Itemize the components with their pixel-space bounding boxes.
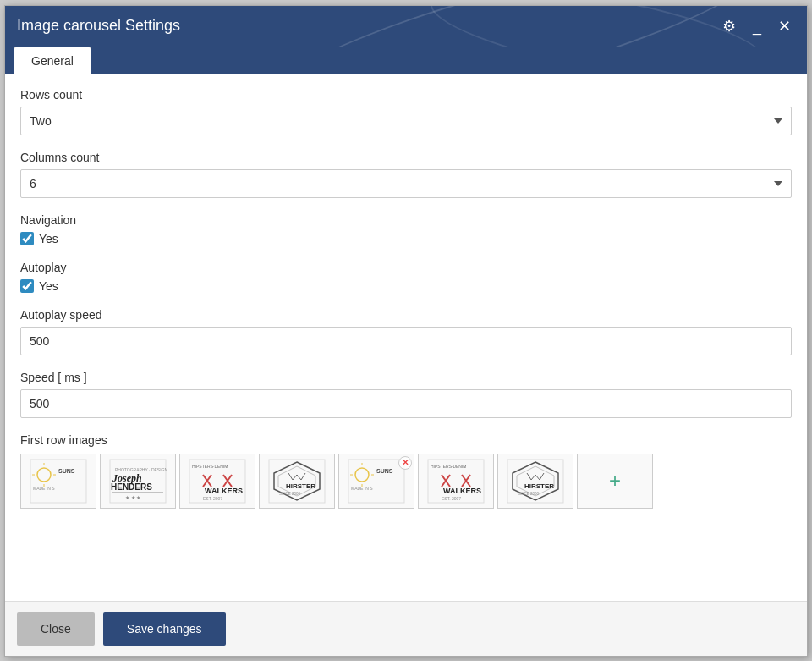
svg-text:HIPSTERS·DENIM: HIPSTERS·DENIM — [192, 464, 228, 469]
svg-text:EST. 2007: EST. 2007 — [442, 496, 461, 501]
speed-input[interactable] — [20, 389, 792, 418]
image-7-svg: HIRSTER SINCE 2000 — [506, 458, 565, 504]
navigation-checkbox-row: Yes — [20, 232, 792, 245]
image-thumb-7[interactable]: HIRSTER SINCE 2000 — [497, 454, 573, 509]
svg-text:SINCE 2000: SINCE 2000 — [518, 492, 540, 496]
navigation-label: Navigation — [20, 213, 792, 227]
image-thumb-5[interactable]: SUNS MADE IN S ✕ — [338, 454, 414, 509]
svg-text:SINCE 2000: SINCE 2000 — [279, 492, 301, 496]
autoplay-checkbox[interactable] — [20, 279, 34, 293]
close-icon: ✕ — [778, 18, 791, 35]
svg-text:SUNS: SUNS — [376, 468, 393, 474]
svg-text:WALKERS: WALKERS — [443, 487, 481, 495]
image-2-svg: PHOTOGRAPHY · DESIGN · M Joseph HENDERS … — [108, 458, 167, 504]
svg-text:HIRSTER: HIRSTER — [524, 482, 554, 490]
image-thumb-4[interactable]: HIRSTER SINCE 2000 — [259, 454, 335, 509]
image-thumb-2[interactable]: PHOTOGRAPHY · DESIGN · M Joseph HENDERS … — [100, 454, 176, 509]
title-bar: Image carousel Settings ⚙ _ ✕ — [5, 6, 807, 47]
image-1-svg: SUNS MADE IN S — [29, 458, 88, 504]
content-area: Rows count One Two Three Four Columns co… — [5, 74, 807, 601]
autoplay-speed-input[interactable] — [20, 327, 792, 355]
autoplay-label: Autoplay — [20, 261, 792, 274]
tab-general[interactable]: General — [14, 47, 91, 74]
svg-rect-27 — [348, 460, 404, 503]
svg-text:HIPSTERS·DENIM: HIPSTERS·DENIM — [431, 464, 467, 469]
rows-count-group: Rows count One Two Three Four — [20, 88, 792, 135]
svg-text:EST. 2007: EST. 2007 — [203, 496, 222, 501]
navigation-group: Navigation Yes — [20, 213, 792, 245]
dialog-title: Image carousel Settings — [17, 17, 180, 35]
title-icons: ⚙ _ ✕ — [718, 17, 795, 36]
svg-text:HENDERS: HENDERS — [111, 482, 152, 492]
svg-text:MADE IN S: MADE IN S — [33, 486, 55, 491]
navigation-checkbox-label: Yes — [39, 232, 58, 245]
columns-count-group: Columns count 1 2 3 4 5 6 7 8 — [20, 151, 792, 198]
speed-group: Speed [ ms ] — [20, 371, 792, 418]
gear-icon: ⚙ — [722, 18, 736, 35]
svg-rect-0 — [30, 460, 86, 503]
tabs-bar: General — [5, 47, 807, 74]
minimize-button[interactable]: _ — [749, 17, 765, 36]
images-row: SUNS MADE IN S PHOTOGRAPHY · DESIGN · M … — [20, 454, 792, 509]
image-thumb-3[interactable]: HIPSTERS·DENIM WALKERS EST. 2007 — [179, 454, 255, 509]
first-row-images-group: First row images SUNS MADE IN S — [20, 433, 792, 509]
add-image-button[interactable]: + — [577, 454, 653, 509]
rows-count-label: Rows count — [20, 88, 792, 102]
dialog-container: Image carousel Settings ⚙ _ ✕ General Ro… — [4, 5, 808, 657]
image-thumb-6[interactable]: HIPSTERS·DENIM WALKERS EST. 2007 — [418, 454, 494, 509]
svg-text:SUNS: SUNS — [58, 468, 75, 474]
autoplay-checkbox-label: Yes — [39, 279, 58, 293]
svg-rect-22 — [269, 460, 325, 503]
svg-text:★ ★ ★: ★ ★ ★ — [125, 495, 140, 500]
minimize-icon: _ — [753, 18, 761, 35]
autoplay-speed-label: Autoplay speed — [20, 308, 792, 322]
speed-label: Speed [ ms ] — [20, 371, 792, 384]
save-button[interactable]: Save changes — [103, 612, 226, 646]
close-icon-button[interactable]: ✕ — [774, 17, 795, 36]
image-3-svg: HIPSTERS·DENIM WALKERS EST. 2007 — [188, 458, 247, 504]
svg-text:WALKERS: WALKERS — [205, 487, 243, 495]
delete-image-5-button[interactable]: ✕ — [398, 456, 412, 470]
svg-text:MADE IN S: MADE IN S — [351, 486, 373, 491]
image-5-svg: SUNS MADE IN S — [347, 458, 406, 504]
navigation-checkbox[interactable] — [20, 232, 34, 245]
columns-count-select[interactable]: 1 2 3 4 5 6 7 8 — [20, 169, 792, 198]
image-4-svg: HIRSTER SINCE 2000 — [267, 458, 326, 504]
close-button[interactable]: Close — [17, 612, 95, 646]
svg-rect-43 — [508, 460, 563, 503]
gear-icon-button[interactable]: ⚙ — [718, 17, 740, 36]
columns-count-label: Columns count — [20, 151, 792, 164]
rows-count-select[interactable]: One Two Three Four — [20, 107, 792, 135]
autoplay-speed-group: Autoplay speed — [20, 308, 792, 355]
first-row-images-label: First row images — [20, 433, 792, 447]
image-6-svg: HIPSTERS·DENIM WALKERS EST. 2007 — [426, 458, 486, 504]
footer: Close Save changes — [5, 601, 807, 656]
image-thumb-1[interactable]: SUNS MADE IN S — [20, 454, 96, 509]
autoplay-checkbox-row: Yes — [20, 279, 792, 293]
svg-text:HIRSTER: HIRSTER — [286, 482, 315, 490]
autoplay-group: Autoplay Yes — [20, 261, 792, 293]
